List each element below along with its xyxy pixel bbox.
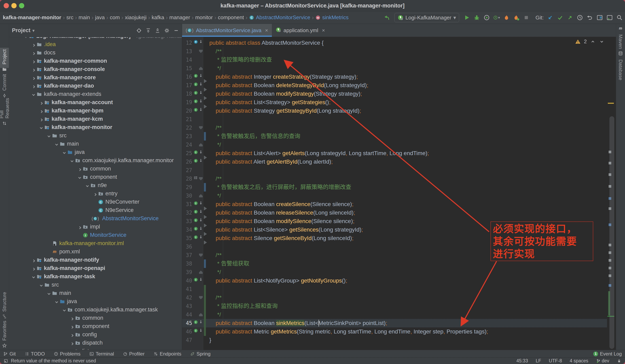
- tree-chevron-collapsed[interactable]: [31, 258, 36, 262]
- layout-button[interactable]: [606, 14, 613, 21]
- fold-region-start-icon[interactable]: [199, 50, 203, 53]
- code-line-36[interactable]: 36: [182, 243, 607, 251]
- fold-region-end-icon[interactable]: [199, 194, 203, 197]
- tree-chevron-collapsed[interactable]: [39, 109, 44, 113]
- implemented-method-gutter-icon[interactable]: I: [193, 91, 203, 95]
- profiler-button-2[interactable]: [513, 14, 520, 21]
- tree-chevron-collapsed[interactable]: [31, 59, 36, 63]
- tree-chevron-expanded[interactable]: [62, 309, 67, 311]
- tree-item-kafka-manager-notify[interactable]: kafka-manager-notify: [9, 256, 182, 264]
- tree-chevron-expanded[interactable]: [23, 37, 29, 37]
- list-gutter-icon[interactable]: [193, 175, 198, 180]
- tree-item-common[interactable]: common: [9, 314, 182, 322]
- code-line-37[interactable]: 37 /**: [182, 251, 607, 259]
- code-line-24[interactable]: 24 */: [182, 141, 607, 149]
- rollback-button[interactable]: [586, 14, 593, 21]
- profile-button[interactable]: ▾: [493, 14, 500, 21]
- lock-icon[interactable]: [617, 358, 621, 364]
- toolwindow-button-git[interactable]: Git: [3, 351, 16, 357]
- fold-region-end-icon[interactable]: [199, 313, 203, 316]
- tree-item-kafka-manager-console[interactable]: kafka-manager-console: [9, 65, 182, 73]
- code-line-33[interactable]: 33I public abstract Boolean modifySilenc…: [182, 217, 607, 225]
- tree-chevron-expanded[interactable]: [39, 126, 44, 129]
- breadcrumb-item-monitor[interactable]: monitor: [195, 14, 213, 21]
- tree-chevron-collapsed[interactable]: [77, 167, 82, 171]
- fold-region-start-icon[interactable]: [199, 296, 203, 299]
- tree-chevron-expanded[interactable]: [54, 300, 59, 303]
- tree-item-dispatch[interactable]: dispatch: [9, 339, 182, 347]
- tree-chevron-collapsed[interactable]: [31, 84, 36, 88]
- code-line-21[interactable]: 21: [182, 115, 607, 123]
- git-branch-widget[interactable]: dev: [596, 358, 609, 364]
- close-icon[interactable]: ×: [265, 27, 268, 33]
- caret-position-widget[interactable]: 45:33: [516, 358, 528, 364]
- tree-chevron-collapsed[interactable]: [31, 51, 36, 55]
- expand-all-icon[interactable]: [145, 28, 151, 33]
- tree-item-kafka-manager-common[interactable]: kafka-manager-common: [9, 57, 182, 65]
- code-line-20[interactable]: 20I public abstract Strategy getStrategy…: [182, 107, 607, 115]
- settings-icon[interactable]: [164, 28, 170, 33]
- implemented-method-gutter-icon[interactable]: I: [193, 107, 203, 112]
- tree-chevron-collapsed[interactable]: [69, 333, 75, 336]
- tree-chevron-collapsed[interactable]: [31, 67, 36, 71]
- run-configuration-select[interactable]: Logi-KafkaManager▾: [394, 13, 459, 22]
- inspections-widget[interactable]: 2: [575, 39, 605, 44]
- tree-chevron-collapsed[interactable]: [31, 76, 36, 80]
- tree-chevron-collapsed[interactable]: [69, 325, 75, 328]
- toolwindow-tab-maven[interactable]: mMaven: [616, 24, 625, 47]
- breadcrumb-item-src[interactable]: src: [66, 14, 73, 21]
- tree-item-kafka-manager-bpm[interactable]: kafka-manager-bpm: [9, 107, 182, 115]
- toolwindow-toggle-icon[interactable]: [4, 358, 8, 364]
- toolwindow-button-profiler[interactable]: Profiler: [123, 351, 145, 357]
- tree-item-kafka-manager-core[interactable]: kafka-manager-core: [9, 73, 182, 82]
- locate-icon[interactable]: [136, 28, 142, 33]
- tree-item-kafka-manager-kcm[interactable]: kafka-manager-kcm: [9, 115, 182, 123]
- implemented-method-gutter-icon[interactable]: I: [193, 99, 203, 104]
- implemented-method-gutter-icon[interactable]: I: [193, 218, 203, 223]
- implemented-method-gutter-icon[interactable]: I: [193, 201, 203, 206]
- tree-chevron-collapsed[interactable]: [39, 101, 44, 104]
- implemented-method-gutter-icon[interactable]: I: [193, 158, 203, 163]
- tree-chevron-expanded[interactable]: [54, 143, 59, 145]
- collapse-all-icon[interactable]: [155, 28, 160, 33]
- code-line-31[interactable]: 31I public abstract Boolean createSilenc…: [182, 200, 607, 209]
- tree-item-kafka-manager-monitor-iml[interactable]: kafka-manager-monitor.iml: [9, 239, 182, 247]
- git-push-button[interactable]: [566, 14, 573, 21]
- toolwindow-tab-commit[interactable]: Commit: [0, 72, 9, 93]
- tree-item-main[interactable]: main: [9, 289, 182, 297]
- search-everywhere-button[interactable]: [616, 14, 623, 21]
- code-line-13[interactable]: 13 /**: [182, 47, 607, 56]
- tree-item-kafka-manager-openapi[interactable]: kafka-manager-openapi: [9, 264, 182, 273]
- tree-item-component[interactable]: component: [9, 173, 182, 181]
- tree-chevron-expanded[interactable]: [85, 184, 90, 187]
- hide-icon[interactable]: [173, 28, 179, 33]
- tree-item-monitorservice[interactable]: IMonitorService: [9, 231, 182, 239]
- editor-tab-abstractmonitorservice-java[interactable]: (C)AbstractMonitorService.java×: [182, 24, 272, 37]
- code-line-16[interactable]: 16I public abstract Integer createStrate…: [182, 73, 607, 81]
- tree-chevron-collapsed[interactable]: [31, 43, 36, 46]
- tree-item-logi-kafkamanager-kafka-manager[interactable]: Logi-KafkaManager [kafka-manager]~/githu…: [9, 37, 182, 40]
- code-line-38[interactable]: 38 * 告警组获取: [182, 259, 607, 268]
- toolwindow-button-endpoints[interactable]: Endpoints: [154, 351, 182, 357]
- tree-item-kafka-manager-dao[interactable]: kafka-manager-dao: [9, 82, 182, 90]
- toolwindow-tab-pull-requests[interactable]: Pull Requests: [0, 95, 9, 127]
- tree-item-java[interactable]: java: [9, 148, 182, 156]
- tree-item-src[interactable]: src: [9, 281, 182, 289]
- breadcrumb-item-xiaojukeji[interactable]: xiaojukeji: [125, 14, 146, 21]
- editor-tab-application-yml[interactable]: application.yml×: [272, 24, 329, 37]
- breadcrumb-item-sinkmetrics[interactable]: msinkMetrics: [315, 14, 348, 21]
- tree-item-n9econverter[interactable]: CN9eConverter: [9, 198, 182, 206]
- code-line-43[interactable]: 43 * 监控指标的上报和查询: [182, 302, 607, 310]
- code-line-27[interactable]: 27: [182, 166, 607, 175]
- profiler-button-1[interactable]: [503, 14, 510, 21]
- git-update-button[interactable]: [547, 14, 554, 21]
- implemented-method-gutter-icon[interactable]: I: [193, 226, 203, 231]
- code-line-26[interactable]: 26I public abstract Alert getAlertById(L…: [182, 157, 607, 166]
- tree-chevron-expanded[interactable]: [39, 284, 44, 286]
- encoding-widget[interactable]: UTF-8: [549, 358, 562, 364]
- toolwindow-tab-structure[interactable]: Structure: [0, 290, 9, 317]
- toolwindow-tab-favorites[interactable]: Favorites: [0, 319, 9, 343]
- fold-region-start-icon[interactable]: [199, 177, 203, 180]
- implemented-method-gutter-icon[interactable]: I: [193, 277, 203, 282]
- implemented-class-gutter-icon[interactable]: [193, 39, 203, 44]
